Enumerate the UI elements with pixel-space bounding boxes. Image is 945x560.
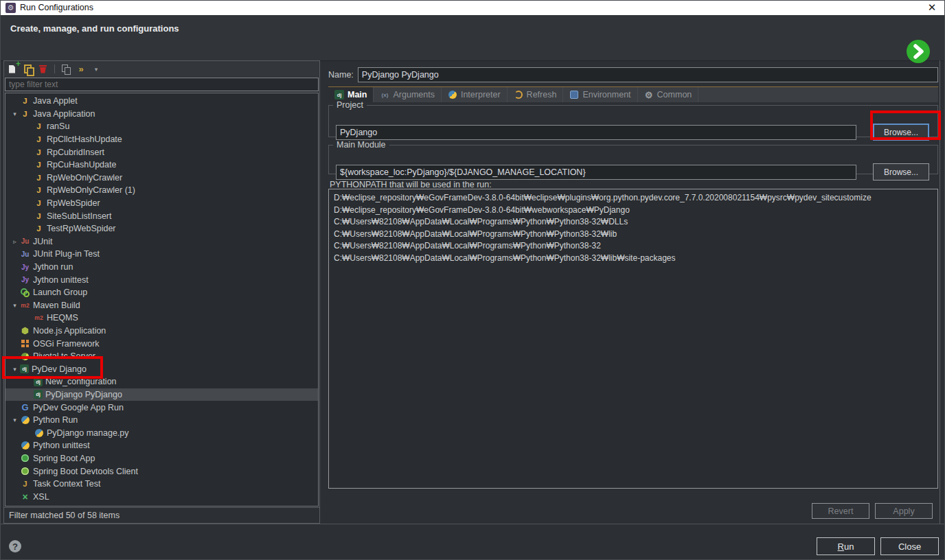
dialog-header-title: Create, manage, and run configurations <box>10 23 179 34</box>
python-run-icon <box>20 415 30 425</box>
pythonpath-entry[interactable]: C:₩Users₩82108₩AppData₩Local₩Programs₩Py… <box>334 216 933 229</box>
pythonpath-entry[interactable]: D:₩eclipse_repository₩eGovFrameDev-3.8.0… <box>334 192 933 205</box>
tree-item[interactable]: Spring Boot App <box>5 452 318 465</box>
tree-item[interactable]: JTestRpWebSpider <box>5 222 318 235</box>
tab-label: Arguments <box>393 90 434 100</box>
spring-boot-icon <box>20 453 30 463</box>
new-config-icon[interactable] <box>7 63 19 75</box>
tree-item-label: Maven Build <box>33 301 80 310</box>
tree-item-label: New_configuration <box>45 377 117 386</box>
project-input[interactable] <box>336 125 856 140</box>
tree-item[interactable]: ▾djPyDev Django <box>5 362 318 375</box>
menu-dropdown-icon[interactable]: ▾ <box>90 63 102 75</box>
gear-icon: ⚙ <box>644 90 654 100</box>
tree-item[interactable]: Spring Boot Devtools Client <box>5 465 318 478</box>
tree-item-label: Python unittest <box>33 441 90 450</box>
tree-item-label: PyDev Django <box>32 364 87 374</box>
tree-item[interactable]: Node.js Application <box>5 325 318 338</box>
duplicate-config-icon[interactable] <box>22 63 34 75</box>
expand-arrow-icon[interactable]: ▾ <box>10 366 20 373</box>
name-label: Name: <box>328 70 354 80</box>
run-button[interactable]: Run <box>817 537 875 555</box>
main-module-browse-button[interactable]: Browse... <box>873 163 929 180</box>
expand-arrow-icon[interactable]: ▾ <box>10 417 20 423</box>
tree-item-label: PyDev Google App Run <box>33 403 124 412</box>
arguments-icon: (x) <box>380 90 389 100</box>
tree-item[interactable]: JSiteSubListInsert <box>5 209 318 222</box>
config-tree: JJava Applet▾JJava ApplicationJranSuJRpC… <box>5 93 319 506</box>
tree-item[interactable]: JJava Applet <box>5 95 318 108</box>
tree-item[interactable]: JranSu <box>5 120 318 133</box>
task-context-icon: J <box>20 479 30 489</box>
main-module-input[interactable] <box>336 165 856 180</box>
tree-item[interactable]: JRpCllctHashUpdate <box>5 133 318 146</box>
expand-arrow-icon[interactable]: ▹ <box>10 238 20 245</box>
tree-item-label: XSL <box>33 492 49 502</box>
tree-item-label: Jython unittest <box>33 275 89 285</box>
tab-label: Environment <box>582 90 630 100</box>
pythonpath-list: D:₩eclipse_repository₩eGovFrameDev-3.8.0… <box>328 189 938 489</box>
pythonpath-entry[interactable]: C:₩Users₩82108₩AppData₩Local₩Programs₩Py… <box>334 253 933 265</box>
tree-item-label: RpCllctHashUpdate <box>47 135 122 144</box>
tree-item-label: Spring Boot App <box>33 454 95 463</box>
pythonpath-label: PYTHONPATH that will be used in the run: <box>330 180 492 189</box>
help-icon[interactable]: ? <box>9 540 21 552</box>
tree-item[interactable]: JyJython run <box>5 261 318 274</box>
tree-item[interactable]: ▾JJava Application <box>5 108 318 121</box>
tree-item-label: PyDjango manage.py <box>47 428 129 438</box>
tree-item[interactable]: Pivotal tc Server <box>5 350 318 363</box>
tree-item[interactable]: JRpCuHashUpdate <box>5 159 318 172</box>
tree-item[interactable]: GPyDev Google App Run <box>5 401 318 414</box>
tree-item[interactable]: m2HEQMS <box>5 312 318 325</box>
tree-item[interactable]: ▾Python Run <box>5 414 318 427</box>
title-bar: ⚙ Run Configurations ✕ <box>0 0 945 15</box>
tree-item[interactable]: JyJython unittest <box>5 273 318 286</box>
tree-item[interactable]: ▾m2Maven Build <box>5 299 318 312</box>
delete-config-icon[interactable] <box>37 63 49 75</box>
revert-button[interactable]: Revert <box>812 503 869 519</box>
tree-item[interactable]: JRpWebOnlyCrawler <box>5 172 318 185</box>
name-input[interactable] <box>358 67 938 82</box>
tree-item[interactable]: JRpCubridInsert <box>5 145 318 159</box>
pythonpath-entry[interactable]: D:₩eclipse_repository₩eGovFrameDev-3.8.0… <box>334 205 933 217</box>
pivotal-icon <box>20 351 30 362</box>
pythonpath-entry[interactable]: C:₩Users₩82108₩AppData₩Local₩Programs₩Py… <box>334 229 933 241</box>
tree-item-label: Java Applet <box>33 96 78 106</box>
tree-item[interactable]: OSGi Framework <box>5 337 318 350</box>
xsl-icon: × <box>20 491 30 502</box>
project-browse-button[interactable]: Browse... <box>873 124 929 141</box>
filter-launches-icon[interactable]: » <box>75 63 87 75</box>
tree-item[interactable]: ×XSL <box>5 490 318 503</box>
java-application-icon: J <box>34 135 44 145</box>
run-button-label: un <box>844 541 854 552</box>
run-banner-icon <box>907 40 930 63</box>
pythonpath-entry[interactable]: C:₩Users₩82108₩AppData₩Local₩Programs₩Py… <box>334 240 933 253</box>
filter-input[interactable] <box>5 78 319 91</box>
expand-arrow-icon[interactable]: ▾ <box>10 110 20 117</box>
tree-item[interactable]: JTask Context Test <box>5 478 318 491</box>
tree-item[interactable]: ▹JuJUnit <box>5 235 318 248</box>
tree-item[interactable]: Python unittest <box>5 439 318 452</box>
collapse-all-icon[interactable] <box>60 63 72 75</box>
tab-label: Refresh <box>527 90 557 100</box>
tree-item[interactable]: djNew_configuration <box>5 375 318 388</box>
window-close-icon[interactable]: ✕ <box>924 1 940 14</box>
tree-item[interactable]: JuJUnit Plug-in Test <box>5 248 318 261</box>
tree-item[interactable]: JRpWebOnlyCrawler (1) <box>5 184 318 197</box>
maven-icon: m2 <box>34 313 44 323</box>
tree-item[interactable]: JRpWebSpider <box>5 197 318 210</box>
tree-item[interactable]: PyDjango manage.py <box>5 426 318 439</box>
project-group: Project Browse... <box>328 100 938 137</box>
tree-item[interactable]: djPyDjango PyDjango <box>5 388 318 401</box>
junit-icon: Ju <box>20 236 30 246</box>
apply-button[interactable]: Apply <box>875 503 933 519</box>
configuration-detail-panel: Name: djMain(x)ArgumentsInterpreterRefre… <box>328 60 940 524</box>
maven-icon: m2 <box>20 300 30 310</box>
java-application-icon: J <box>34 147 44 157</box>
tree-item-label: HEQMS <box>47 313 78 323</box>
tree-item[interactable]: Launch Group <box>5 286 318 299</box>
close-button[interactable]: Close <box>880 537 939 555</box>
tree-item-label: Java Application <box>33 109 95 119</box>
tree-item-label: JUnit Plug-in Test <box>33 249 100 259</box>
expand-arrow-icon[interactable]: ▾ <box>10 302 20 309</box>
